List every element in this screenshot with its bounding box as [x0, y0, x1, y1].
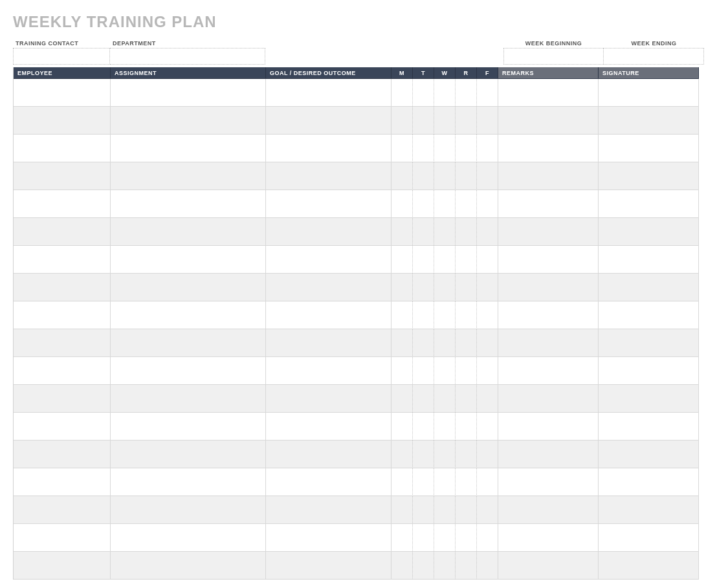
cell-assignment[interactable] — [111, 357, 266, 385]
cell-w[interactable] — [434, 218, 456, 246]
cell-f[interactable] — [477, 79, 498, 107]
cell-m[interactable] — [392, 107, 413, 135]
cell-m[interactable] — [392, 552, 413, 580]
cell-t[interactable] — [413, 135, 434, 162]
cell-signature[interactable] — [599, 357, 699, 385]
cell-r[interactable] — [456, 413, 477, 441]
cell-m[interactable] — [392, 468, 413, 496]
cell-assignment[interactable] — [111, 441, 266, 468]
cell-f[interactable] — [477, 496, 498, 524]
cell-goal[interactable] — [266, 79, 392, 107]
cell-m[interactable] — [392, 357, 413, 385]
cell-employee[interactable] — [14, 190, 111, 218]
cell-goal[interactable] — [266, 468, 392, 496]
cell-employee[interactable] — [14, 385, 111, 413]
cell-assignment[interactable] — [111, 552, 266, 580]
cell-t[interactable] — [413, 218, 434, 246]
cell-employee[interactable] — [14, 357, 111, 385]
cell-f[interactable] — [477, 190, 498, 218]
cell-signature[interactable] — [599, 135, 699, 162]
cell-r[interactable] — [456, 496, 477, 524]
cell-signature[interactable] — [599, 218, 699, 246]
cell-employee[interactable] — [14, 246, 111, 274]
cell-goal[interactable] — [266, 246, 392, 274]
cell-goal[interactable] — [266, 274, 392, 301]
cell-r[interactable] — [456, 135, 477, 162]
cell-employee[interactable] — [14, 496, 111, 524]
cell-m[interactable] — [392, 385, 413, 413]
cell-employee[interactable] — [14, 524, 111, 552]
cell-assignment[interactable] — [111, 301, 266, 329]
cell-w[interactable] — [434, 441, 456, 468]
cell-assignment[interactable] — [111, 190, 266, 218]
cell-goal[interactable] — [266, 329, 392, 357]
cell-assignment[interactable] — [111, 413, 266, 441]
cell-f[interactable] — [477, 135, 498, 162]
cell-w[interactable] — [434, 301, 456, 329]
cell-signature[interactable] — [599, 329, 699, 357]
cell-r[interactable] — [456, 246, 477, 274]
cell-w[interactable] — [434, 329, 456, 357]
cell-t[interactable] — [413, 162, 434, 190]
cell-t[interactable] — [413, 385, 434, 413]
cell-t[interactable] — [413, 190, 434, 218]
cell-r[interactable] — [456, 274, 477, 301]
cell-t[interactable] — [413, 413, 434, 441]
cell-r[interactable] — [456, 190, 477, 218]
cell-remarks[interactable] — [498, 496, 599, 524]
cell-f[interactable] — [477, 385, 498, 413]
cell-goal[interactable] — [266, 441, 392, 468]
cell-t[interactable] — [413, 274, 434, 301]
week-ending-input[interactable] — [604, 48, 704, 65]
cell-remarks[interactable] — [498, 413, 599, 441]
cell-remarks[interactable] — [498, 79, 599, 107]
department-input[interactable] — [110, 48, 265, 65]
cell-remarks[interactable] — [498, 246, 599, 274]
cell-w[interactable] — [434, 524, 456, 552]
cell-w[interactable] — [434, 246, 456, 274]
cell-employee[interactable] — [14, 441, 111, 468]
cell-remarks[interactable] — [498, 441, 599, 468]
cell-assignment[interactable] — [111, 468, 266, 496]
cell-assignment[interactable] — [111, 329, 266, 357]
cell-w[interactable] — [434, 357, 456, 385]
cell-f[interactable] — [477, 413, 498, 441]
cell-employee[interactable] — [14, 413, 111, 441]
cell-r[interactable] — [456, 329, 477, 357]
cell-w[interactable] — [434, 385, 456, 413]
cell-goal[interactable] — [266, 107, 392, 135]
cell-employee[interactable] — [14, 218, 111, 246]
cell-r[interactable] — [456, 162, 477, 190]
cell-goal[interactable] — [266, 190, 392, 218]
cell-r[interactable] — [456, 301, 477, 329]
cell-m[interactable] — [392, 190, 413, 218]
cell-signature[interactable] — [599, 385, 699, 413]
cell-remarks[interactable] — [498, 357, 599, 385]
cell-signature[interactable] — [599, 274, 699, 301]
cell-remarks[interactable] — [498, 162, 599, 190]
cell-signature[interactable] — [599, 246, 699, 274]
cell-w[interactable] — [434, 107, 456, 135]
cell-r[interactable] — [456, 524, 477, 552]
cell-remarks[interactable] — [498, 190, 599, 218]
cell-employee[interactable] — [14, 329, 111, 357]
cell-w[interactable] — [434, 162, 456, 190]
cell-employee[interactable] — [14, 135, 111, 162]
cell-goal[interactable] — [266, 357, 392, 385]
cell-goal[interactable] — [266, 135, 392, 162]
cell-m[interactable] — [392, 496, 413, 524]
cell-remarks[interactable] — [498, 385, 599, 413]
cell-assignment[interactable] — [111, 135, 266, 162]
cell-t[interactable] — [413, 107, 434, 135]
cell-assignment[interactable] — [111, 246, 266, 274]
cell-remarks[interactable] — [498, 468, 599, 496]
cell-w[interactable] — [434, 135, 456, 162]
cell-w[interactable] — [434, 274, 456, 301]
cell-m[interactable] — [392, 162, 413, 190]
cell-signature[interactable] — [599, 468, 699, 496]
week-beginning-input[interactable] — [503, 48, 604, 65]
cell-f[interactable] — [477, 162, 498, 190]
cell-f[interactable] — [477, 441, 498, 468]
cell-goal[interactable] — [266, 301, 392, 329]
cell-employee[interactable] — [14, 274, 111, 301]
